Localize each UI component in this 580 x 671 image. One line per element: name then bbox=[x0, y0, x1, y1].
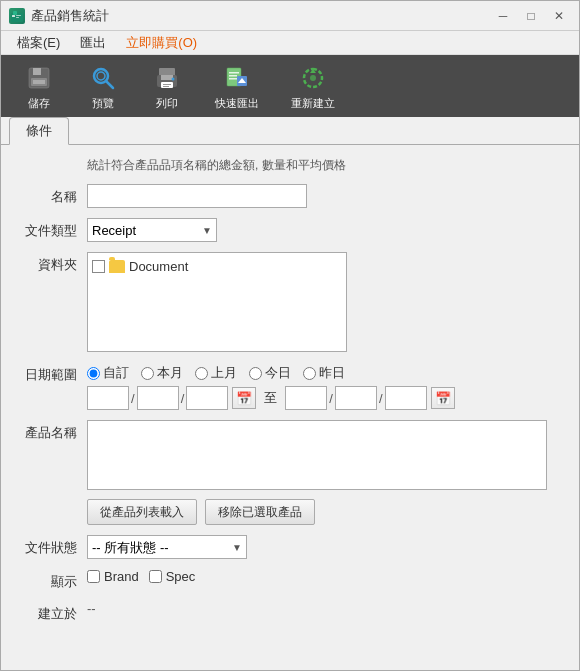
product-label: 產品名稱 bbox=[17, 420, 87, 442]
tab-conditions[interactable]: 條件 bbox=[9, 117, 69, 145]
created-control: -- bbox=[87, 601, 563, 616]
radio-month[interactable]: 本月 bbox=[141, 364, 183, 382]
rebuild-icon bbox=[297, 62, 329, 94]
svg-rect-8 bbox=[33, 80, 45, 84]
folder-label: 資料夾 bbox=[17, 252, 87, 274]
calendar-from-button[interactable]: 📅 bbox=[232, 387, 256, 409]
svg-rect-3 bbox=[16, 15, 21, 16]
toolbar-rebuild-button[interactable]: 重新建立 bbox=[277, 59, 349, 113]
doc-status-label: 文件狀態 bbox=[17, 535, 87, 557]
check-brand[interactable]: Brand bbox=[87, 569, 139, 584]
window-title: 產品銷售統計 bbox=[31, 7, 491, 25]
close-button[interactable]: ✕ bbox=[547, 6, 571, 26]
product-buttons: 從產品列表載入 移除已選取產品 bbox=[87, 499, 563, 525]
product-textarea[interactable] bbox=[87, 420, 547, 490]
toolbar-export-button[interactable]: 快速匯出 bbox=[201, 59, 273, 113]
name-input[interactable] bbox=[87, 184, 307, 208]
svg-point-18 bbox=[172, 77, 175, 80]
svg-point-25 bbox=[310, 75, 316, 81]
svg-rect-16 bbox=[163, 84, 171, 85]
radio-yesterday-input[interactable] bbox=[303, 367, 316, 380]
load-product-button[interactable]: 從產品列表載入 bbox=[87, 499, 197, 525]
folder-control: Document bbox=[87, 252, 563, 352]
maximize-button[interactable]: □ bbox=[519, 6, 543, 26]
document-tree-label: Document bbox=[129, 259, 188, 274]
print-icon bbox=[151, 62, 183, 94]
svg-rect-20 bbox=[229, 72, 239, 74]
remove-product-button[interactable]: 移除已選取產品 bbox=[205, 499, 315, 525]
toolbar-save-label: 儲存 bbox=[28, 96, 50, 111]
radio-today-label: 今日 bbox=[265, 364, 291, 382]
check-spec[interactable]: Spec bbox=[149, 569, 196, 584]
date-to-group: / / bbox=[285, 386, 426, 410]
toolbar-rebuild-label: 重新建立 bbox=[291, 96, 335, 111]
menu-file[interactable]: 檔案(E) bbox=[9, 32, 68, 54]
range-to-label: 至 bbox=[264, 389, 277, 407]
product-control: 從產品列表載入 移除已選取產品 bbox=[87, 420, 563, 525]
date-input-row: / / 📅 至 / / 📅 bbox=[87, 386, 563, 410]
date-from-month[interactable] bbox=[137, 386, 179, 410]
spec-label: Spec bbox=[166, 569, 196, 584]
calendar-to-button[interactable]: 📅 bbox=[431, 387, 455, 409]
date-to-year[interactable] bbox=[285, 386, 327, 410]
radio-today[interactable]: 今日 bbox=[249, 364, 291, 382]
toolbar-export-label: 快速匯出 bbox=[215, 96, 259, 111]
title-bar: 產品銷售統計 ─ □ ✕ bbox=[1, 1, 579, 31]
window-controls: ─ □ ✕ bbox=[491, 6, 571, 26]
menu-export[interactable]: 匯出 bbox=[72, 32, 114, 54]
brand-label: Brand bbox=[104, 569, 139, 584]
main-window: 產品銷售統計 ─ □ ✕ 檔案(E) 匯出 立即購買(O) 儲存 bbox=[0, 0, 580, 671]
minimize-button[interactable]: ─ bbox=[491, 6, 515, 26]
radio-last-month-label: 上月 bbox=[211, 364, 237, 382]
menu-buy[interactable]: 立即購買(O) bbox=[118, 32, 205, 54]
name-control bbox=[87, 184, 563, 208]
toolbar-preview-button[interactable]: 預覽 bbox=[73, 59, 133, 113]
doc-status-control: -- 所有狀態 -- 已完成 草稿 作廢 ▼ bbox=[87, 535, 563, 559]
tree-item-document[interactable]: Document bbox=[92, 257, 342, 276]
brand-checkbox[interactable] bbox=[87, 570, 100, 583]
radio-last-month[interactable]: 上月 bbox=[195, 364, 237, 382]
form-description: 統計符合產品品項名稱的總金額, 數量和平均價格 bbox=[87, 157, 563, 174]
doc-type-select[interactable]: Receipt Invoice Order bbox=[88, 219, 216, 241]
name-row: 名稱 bbox=[17, 184, 563, 208]
toolbar-print-label: 列印 bbox=[156, 96, 178, 111]
radio-custom[interactable]: 自訂 bbox=[87, 364, 129, 382]
radio-today-input[interactable] bbox=[249, 367, 262, 380]
date-to-day[interactable] bbox=[385, 386, 427, 410]
created-label: 建立於 bbox=[17, 601, 87, 623]
radio-last-month-input[interactable] bbox=[195, 367, 208, 380]
date-sep-1: / bbox=[131, 391, 135, 406]
save-icon bbox=[23, 62, 55, 94]
doc-type-control: Receipt Invoice Order ▼ bbox=[87, 218, 563, 242]
svg-point-10 bbox=[97, 72, 105, 80]
toolbar: 儲存 預覽 bbox=[1, 55, 579, 117]
date-to-month[interactable] bbox=[335, 386, 377, 410]
folder-row: 資料夾 Document bbox=[17, 252, 563, 352]
date-from-group: / / bbox=[87, 386, 228, 410]
doc-status-select-wrapper: -- 所有狀態 -- 已完成 草稿 作廢 ▼ bbox=[87, 535, 247, 559]
svg-rect-14 bbox=[161, 75, 173, 80]
radio-month-input[interactable] bbox=[141, 367, 154, 380]
radio-month-label: 本月 bbox=[157, 364, 183, 382]
created-row: 建立於 -- bbox=[17, 601, 563, 623]
radio-custom-input[interactable] bbox=[87, 367, 100, 380]
toolbar-preview-label: 預覽 bbox=[92, 96, 114, 111]
date-sep-3: / bbox=[329, 391, 333, 406]
date-range-row: 日期範圍 自訂 本月 上月 bbox=[17, 362, 563, 410]
display-row: 顯示 Brand Spec bbox=[17, 569, 563, 591]
document-checkbox[interactable] bbox=[92, 260, 105, 273]
toolbar-save-button[interactable]: 儲存 bbox=[9, 59, 69, 113]
tab-bar: 條件 bbox=[1, 117, 579, 145]
svg-rect-6 bbox=[33, 68, 41, 75]
svg-rect-2 bbox=[12, 15, 15, 17]
doc-status-row: 文件狀態 -- 所有狀態 -- 已完成 草稿 作廢 ▼ bbox=[17, 535, 563, 559]
date-from-year[interactable] bbox=[87, 386, 129, 410]
folder-tree[interactable]: Document bbox=[87, 252, 347, 352]
spec-checkbox[interactable] bbox=[149, 570, 162, 583]
radio-yesterday[interactable]: 昨日 bbox=[303, 364, 345, 382]
date-from-day[interactable] bbox=[186, 386, 228, 410]
toolbar-print-button[interactable]: 列印 bbox=[137, 59, 197, 113]
product-name-row: 產品名稱 從產品列表載入 移除已選取產品 bbox=[17, 420, 563, 525]
doc-status-select[interactable]: -- 所有狀態 -- 已完成 草稿 作廢 bbox=[88, 536, 246, 558]
svg-line-11 bbox=[106, 81, 113, 88]
